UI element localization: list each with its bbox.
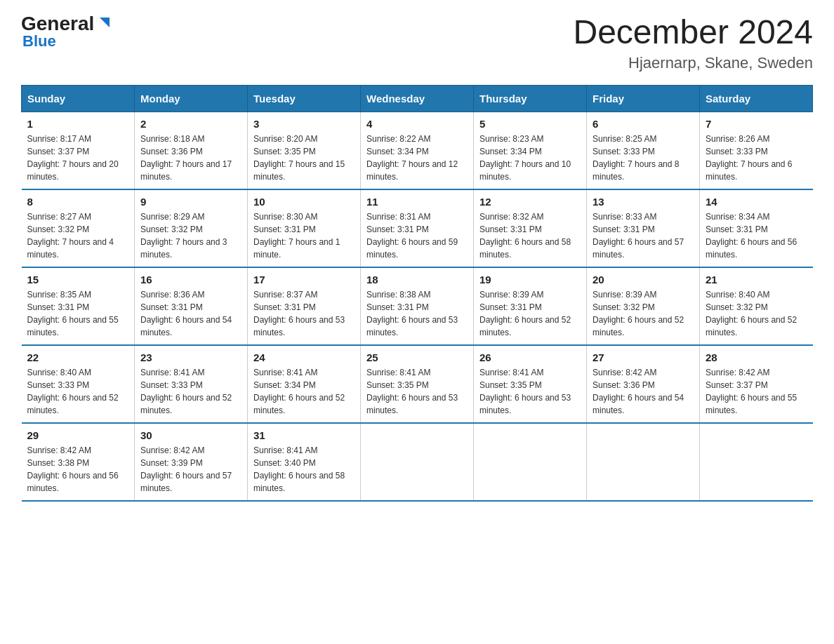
day-number: 10 bbox=[253, 196, 355, 208]
table-row: 9 Sunrise: 8:29 AM Sunset: 3:32 PM Dayli… bbox=[135, 189, 248, 267]
sunrise-label: Sunrise: 8:41 AM bbox=[479, 368, 543, 377]
sunrise-label: Sunrise: 8:41 AM bbox=[253, 368, 317, 377]
sunset-label: Sunset: 3:36 PM bbox=[140, 147, 203, 156]
sunrise-label: Sunrise: 8:35 AM bbox=[27, 290, 91, 300]
logo: General Blue bbox=[21, 14, 112, 49]
sunset-label: Sunset: 3:33 PM bbox=[140, 380, 203, 390]
calendar-table: Sunday Monday Tuesday Wednesday Thursday… bbox=[21, 85, 813, 502]
day-info: Sunrise: 8:34 AM Sunset: 3:31 PM Dayligh… bbox=[706, 210, 807, 261]
day-number: 12 bbox=[479, 196, 581, 208]
daylight-label: Daylight: 6 hours and 54 minutes. bbox=[140, 315, 232, 337]
logo-blue-text: Blue bbox=[22, 34, 112, 49]
col-wednesday: Wednesday bbox=[361, 85, 474, 112]
table-row bbox=[700, 423, 813, 501]
day-number: 14 bbox=[706, 196, 807, 208]
day-info: Sunrise: 8:40 AM Sunset: 3:33 PM Dayligh… bbox=[27, 366, 129, 417]
sunrise-label: Sunrise: 8:42 AM bbox=[27, 445, 91, 455]
sunrise-label: Sunrise: 8:41 AM bbox=[366, 368, 430, 377]
sunrise-label: Sunrise: 8:20 AM bbox=[253, 134, 317, 144]
sunrise-label: Sunrise: 8:42 AM bbox=[593, 368, 656, 377]
title-block: December 2024 Hjaernarp, Skane, Sweden bbox=[573, 14, 813, 72]
sunrise-label: Sunrise: 8:22 AM bbox=[366, 134, 430, 144]
day-info: Sunrise: 8:17 AM Sunset: 3:37 PM Dayligh… bbox=[27, 133, 129, 183]
table-row: 31 Sunrise: 8:41 AM Sunset: 3:40 PM Dayl… bbox=[248, 423, 361, 501]
table-row: 18 Sunrise: 8:38 AM Sunset: 3:31 PM Dayl… bbox=[361, 267, 474, 345]
sunset-label: Sunset: 3:31 PM bbox=[366, 302, 429, 312]
sunrise-label: Sunrise: 8:39 AM bbox=[479, 290, 543, 300]
col-thursday: Thursday bbox=[474, 85, 587, 112]
daylight-label: Daylight: 7 hours and 20 minutes. bbox=[27, 159, 119, 182]
table-row: 26 Sunrise: 8:41 AM Sunset: 3:35 PM Dayl… bbox=[474, 345, 587, 423]
daylight-label: Daylight: 6 hours and 59 minutes. bbox=[366, 237, 458, 260]
daylight-label: Daylight: 7 hours and 15 minutes. bbox=[253, 159, 345, 182]
daylight-label: Daylight: 6 hours and 57 minutes. bbox=[140, 471, 232, 493]
sunrise-label: Sunrise: 8:40 AM bbox=[706, 290, 769, 300]
sunset-label: Sunset: 3:31 PM bbox=[706, 224, 768, 234]
table-row: 16 Sunrise: 8:36 AM Sunset: 3:31 PM Dayl… bbox=[135, 267, 248, 345]
daylight-label: Daylight: 7 hours and 10 minutes. bbox=[479, 159, 571, 182]
day-info: Sunrise: 8:41 AM Sunset: 3:40 PM Dayligh… bbox=[253, 444, 355, 495]
sunset-label: Sunset: 3:39 PM bbox=[140, 458, 203, 468]
location-subtitle: Hjaernarp, Skane, Sweden bbox=[573, 54, 813, 72]
table-row: 10 Sunrise: 8:30 AM Sunset: 3:31 PM Dayl… bbox=[248, 189, 361, 267]
table-row: 3 Sunrise: 8:20 AM Sunset: 3:35 PM Dayli… bbox=[248, 112, 361, 189]
sunset-label: Sunset: 3:31 PM bbox=[366, 224, 429, 234]
sunrise-label: Sunrise: 8:31 AM bbox=[366, 212, 430, 222]
table-row: 13 Sunrise: 8:33 AM Sunset: 3:31 PM Dayl… bbox=[587, 189, 700, 267]
sunrise-label: Sunrise: 8:33 AM bbox=[593, 212, 656, 222]
sunrise-label: Sunrise: 8:36 AM bbox=[140, 290, 204, 300]
col-monday: Monday bbox=[135, 85, 248, 112]
day-number: 6 bbox=[593, 118, 694, 130]
day-number: 1 bbox=[27, 118, 129, 130]
day-number: 24 bbox=[253, 351, 355, 363]
sunset-label: Sunset: 3:31 PM bbox=[479, 224, 542, 234]
day-number: 30 bbox=[140, 429, 241, 441]
daylight-label: Daylight: 6 hours and 56 minutes. bbox=[706, 237, 797, 260]
table-row bbox=[474, 423, 587, 501]
daylight-label: Daylight: 6 hours and 53 minutes. bbox=[253, 315, 345, 337]
daylight-label: Daylight: 6 hours and 56 minutes. bbox=[27, 471, 119, 493]
day-info: Sunrise: 8:41 AM Sunset: 3:35 PM Dayligh… bbox=[366, 366, 468, 417]
sunset-label: Sunset: 3:34 PM bbox=[253, 380, 316, 390]
calendar-week-row: 15 Sunrise: 8:35 AM Sunset: 3:31 PM Dayl… bbox=[22, 267, 813, 345]
sunset-label: Sunset: 3:36 PM bbox=[593, 380, 655, 390]
sunset-label: Sunset: 3:33 PM bbox=[27, 380, 90, 390]
table-row bbox=[361, 423, 474, 501]
table-row: 30 Sunrise: 8:42 AM Sunset: 3:39 PM Dayl… bbox=[135, 423, 248, 501]
sunrise-label: Sunrise: 8:18 AM bbox=[140, 134, 204, 144]
sunrise-label: Sunrise: 8:32 AM bbox=[479, 212, 543, 222]
daylight-label: Daylight: 6 hours and 57 minutes. bbox=[593, 237, 684, 260]
day-info: Sunrise: 8:38 AM Sunset: 3:31 PM Dayligh… bbox=[366, 288, 468, 339]
day-info: Sunrise: 8:42 AM Sunset: 3:37 PM Dayligh… bbox=[706, 366, 807, 417]
day-info: Sunrise: 8:40 AM Sunset: 3:32 PM Dayligh… bbox=[706, 288, 807, 339]
day-info: Sunrise: 8:31 AM Sunset: 3:31 PM Dayligh… bbox=[366, 210, 468, 261]
day-info: Sunrise: 8:41 AM Sunset: 3:34 PM Dayligh… bbox=[253, 366, 355, 417]
sunset-label: Sunset: 3:32 PM bbox=[706, 302, 768, 312]
sunset-label: Sunset: 3:31 PM bbox=[27, 302, 90, 312]
day-number: 8 bbox=[27, 196, 129, 208]
table-row: 4 Sunrise: 8:22 AM Sunset: 3:34 PM Dayli… bbox=[361, 112, 474, 189]
sunrise-label: Sunrise: 8:27 AM bbox=[27, 212, 91, 222]
svg-marker-0 bbox=[100, 18, 110, 27]
logo-triangle-icon bbox=[97, 15, 112, 30]
daylight-label: Daylight: 7 hours and 17 minutes. bbox=[140, 159, 232, 182]
sunset-label: Sunset: 3:38 PM bbox=[27, 458, 90, 468]
sunset-label: Sunset: 3:35 PM bbox=[253, 147, 316, 156]
daylight-label: Daylight: 6 hours and 52 minutes. bbox=[253, 393, 345, 415]
table-row: 27 Sunrise: 8:42 AM Sunset: 3:36 PM Dayl… bbox=[587, 345, 700, 423]
table-row: 21 Sunrise: 8:40 AM Sunset: 3:32 PM Dayl… bbox=[700, 267, 813, 345]
day-info: Sunrise: 8:18 AM Sunset: 3:36 PM Dayligh… bbox=[140, 133, 241, 183]
table-row: 1 Sunrise: 8:17 AM Sunset: 3:37 PM Dayli… bbox=[22, 112, 135, 189]
day-info: Sunrise: 8:36 AM Sunset: 3:31 PM Dayligh… bbox=[140, 288, 241, 339]
table-row: 19 Sunrise: 8:39 AM Sunset: 3:31 PM Dayl… bbox=[474, 267, 587, 345]
daylight-label: Daylight: 7 hours and 12 minutes. bbox=[366, 159, 458, 182]
calendar-week-row: 29 Sunrise: 8:42 AM Sunset: 3:38 PM Dayl… bbox=[22, 423, 813, 501]
sunrise-label: Sunrise: 8:38 AM bbox=[366, 290, 430, 300]
sunrise-label: Sunrise: 8:25 AM bbox=[593, 134, 656, 144]
daylight-label: Daylight: 6 hours and 53 minutes. bbox=[366, 393, 458, 415]
calendar-header-row: Sunday Monday Tuesday Wednesday Thursday… bbox=[22, 85, 813, 112]
sunset-label: Sunset: 3:33 PM bbox=[706, 147, 768, 156]
sunrise-label: Sunrise: 8:34 AM bbox=[706, 212, 769, 222]
logo-general-text: General bbox=[21, 14, 94, 34]
day-number: 25 bbox=[366, 351, 468, 363]
